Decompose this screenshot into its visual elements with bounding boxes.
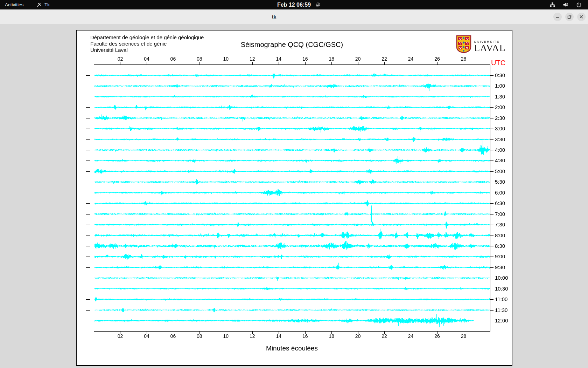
- maximize-icon: [565, 13, 574, 21]
- x-tick-label-bottom: 20: [355, 334, 361, 339]
- utc-time-label: 12:00: [495, 318, 508, 324]
- x-tick-label-bottom: 28: [461, 334, 467, 339]
- power-icon: [576, 2, 582, 8]
- utc-time-label: 3:00: [495, 126, 505, 132]
- x-tick-label-top: 10: [223, 56, 229, 62]
- notifications-muted-icon: [315, 2, 321, 7]
- utc-time-label: 2:30: [495, 115, 505, 121]
- x-tick-label-bottom: 10: [223, 334, 229, 339]
- utc-time-label: 1:00: [495, 83, 505, 89]
- laval-crest-icon: [456, 35, 471, 53]
- utc-time-label: 8:00: [495, 233, 505, 239]
- utc-time-label: 6:30: [495, 200, 505, 206]
- x-tick-label-bottom: 06: [170, 334, 176, 339]
- utc-axis-label: UTC: [491, 59, 505, 67]
- x-tick-label-top: 14: [276, 56, 281, 62]
- x-tick-label-bottom: 12: [250, 334, 255, 339]
- x-tick-label-top: 04: [144, 56, 149, 62]
- minimize-button[interactable]: [553, 13, 562, 21]
- top-bar: Activities Tk Feb 12 06:59: [0, 0, 588, 9]
- utc-time-label: 6:00: [495, 190, 505, 196]
- laval-logo: UNIVERSITÉ LAVAL: [456, 35, 505, 53]
- utc-time-label: 3:30: [495, 137, 505, 143]
- system-menu-button[interactable]: [550, 2, 582, 8]
- window-title: tk: [272, 14, 276, 20]
- x-tick-label-top: 18: [329, 56, 334, 62]
- maximize-button[interactable]: [565, 13, 574, 21]
- close-button[interactable]: [577, 13, 586, 21]
- window-body: Département de géologie et de génie géol…: [0, 24, 588, 368]
- window-titlebar[interactable]: tk: [0, 9, 588, 24]
- utc-time-label: 9:30: [495, 265, 505, 271]
- x-tick-label-top: 08: [197, 56, 202, 62]
- utc-time-label: 9:00: [495, 254, 505, 260]
- clock-button[interactable]: Feb 12 06:59: [277, 0, 321, 9]
- plot-title: Séismographe QCQ (CGC/GSC): [241, 41, 343, 48]
- x-tick-label-bottom: 22: [382, 334, 387, 339]
- utc-time-label: 5:00: [495, 169, 505, 175]
- clock-label: Feb 12 06:59: [277, 2, 311, 8]
- utc-time-label: 1:30: [495, 94, 505, 100]
- utc-time-label: 5:30: [495, 179, 505, 185]
- laval-text: LAVAL: [474, 43, 505, 53]
- institution-block: Département de géologie et de génie géol…: [90, 34, 204, 53]
- utc-time-label: 7:00: [495, 211, 505, 217]
- x-tick-label-bottom: 24: [408, 334, 414, 339]
- x-tick-label-top: 02: [118, 56, 123, 62]
- institution-line-1: Département de géologie et de génie géol…: [90, 34, 204, 41]
- utc-time-label: 7:30: [495, 222, 505, 228]
- utc-time-label: 10:30: [495, 286, 508, 292]
- utc-time-label: 0:30: [495, 73, 505, 79]
- x-tick-label-top: 28: [461, 56, 467, 62]
- window-controls: [553, 13, 586, 21]
- x-axis-title: Minutes écoulées: [266, 345, 318, 352]
- topbar-center: Feb 12 06:59: [0, 0, 588, 9]
- close-icon: [577, 13, 586, 21]
- utc-time-label: 11:30: [495, 307, 507, 313]
- x-tick-label-bottom: 18: [329, 334, 334, 339]
- utc-time-label: 2:00: [495, 104, 505, 110]
- system-status-area: [550, 0, 588, 9]
- network-wired-icon: [550, 2, 555, 7]
- laval-wordmark: UNIVERSITÉ LAVAL: [474, 35, 505, 53]
- x-tick-label-top: 06: [170, 56, 176, 62]
- x-tick-label-bottom: 08: [197, 334, 202, 339]
- seismogram-traces: [76, 30, 512, 366]
- utc-time-label: 4:00: [495, 147, 505, 153]
- x-tick-label-bottom: 04: [144, 334, 149, 339]
- desktop: { "topbar": { "activities": "Activities"…: [0, 0, 588, 368]
- x-tick-label-bottom: 26: [434, 334, 440, 339]
- minimize-icon: [553, 13, 562, 21]
- utc-time-label: 8:30: [495, 243, 505, 249]
- seismograph-page: Département de géologie et de génie géol…: [76, 30, 512, 366]
- x-tick-label-top: 26: [434, 56, 440, 62]
- institution-line-2: Faculté des sciences et de génie: [90, 41, 204, 47]
- utc-time-label: 10:00: [495, 275, 508, 281]
- x-tick-label-bottom: 02: [118, 334, 123, 339]
- x-tick-label-top: 16: [302, 56, 308, 62]
- utc-time-label: 4:30: [495, 158, 505, 164]
- utc-time-label: 11:00: [495, 297, 507, 302]
- x-tick-label-bottom: 16: [302, 334, 308, 339]
- x-tick-label-top: 12: [250, 56, 255, 62]
- x-tick-label-top: 20: [355, 56, 361, 62]
- x-tick-label-top: 22: [382, 56, 387, 62]
- x-tick-label-bottom: 14: [276, 334, 281, 339]
- volume-icon: [563, 2, 569, 7]
- institution-line-3: Université Laval: [90, 47, 204, 53]
- x-tick-label-top: 24: [408, 56, 414, 62]
